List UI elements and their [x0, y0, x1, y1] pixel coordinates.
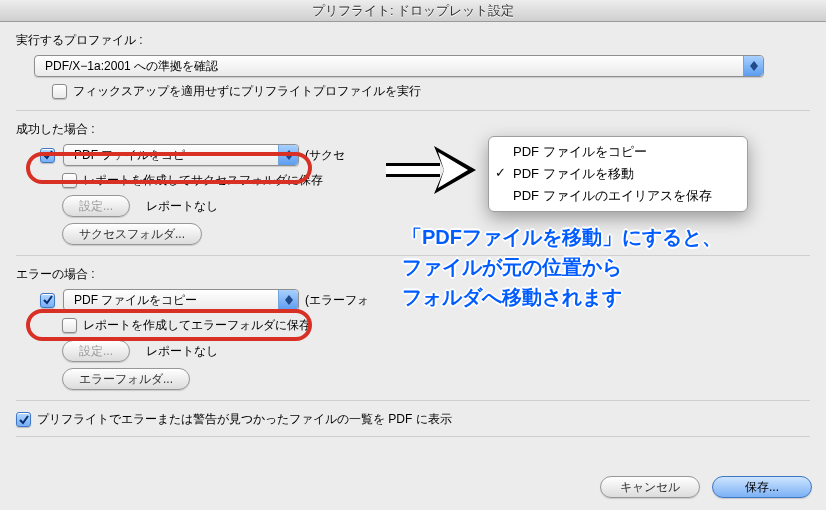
error-action-value: PDF ファイルをコピー — [74, 292, 197, 309]
annotation-line: フォルダへ移動されます — [402, 282, 722, 312]
checkmark-icon: ✓ — [495, 165, 506, 180]
profile-select[interactable]: PDF/X−1a:2001 への準拠を確認 — [34, 55, 764, 77]
window-title: プリフライト: ドロップレット設定 — [312, 3, 514, 18]
error-enable-checkbox[interactable] — [40, 293, 55, 308]
window-titlebar: プリフライト: ドロップレット設定 — [0, 0, 826, 22]
menu-item-alias[interactable]: PDF ファイルのエイリアスを保存 — [489, 185, 747, 207]
action-popup-menu[interactable]: PDF ファイルをコピー ✓ PDF ファイルを移動 PDF ファイルのエイリア… — [488, 136, 748, 212]
error-folder-button[interactable]: エラーフォルダ... — [62, 368, 190, 390]
dropdown-arrows-icon — [743, 56, 763, 76]
success-action-value: PDF ファイルをコピー — [74, 147, 197, 164]
svg-marker-3 — [285, 155, 293, 160]
success-report-status: レポートなし — [146, 198, 218, 215]
success-report-checkbox[interactable] — [62, 173, 77, 188]
fixup-checkbox[interactable] — [52, 84, 67, 99]
success-suffix: (サクセ — [305, 147, 345, 164]
annotation-line: ファイルが元の位置から — [402, 252, 722, 282]
separator — [16, 400, 810, 401]
save-button[interactable]: 保存... — [712, 476, 812, 498]
success-action-select[interactable]: PDF ファイルをコピー — [63, 144, 299, 166]
success-folder-button[interactable]: サクセスフォルダ... — [62, 223, 202, 245]
svg-marker-5 — [285, 300, 293, 305]
annotation-line: 「PDFファイルを移動」にすると、 — [402, 222, 722, 252]
error-settings-button[interactable]: 設定... — [62, 340, 130, 362]
error-report-status: レポートなし — [146, 343, 218, 360]
menu-item-label: PDF ファイルのエイリアスを保存 — [513, 188, 712, 203]
separator — [16, 110, 810, 111]
success-settings-button[interactable]: 設定... — [62, 195, 130, 217]
separator — [16, 436, 810, 437]
menu-item-copy[interactable]: PDF ファイルをコピー — [489, 141, 747, 163]
error-suffix: (エラーフォ — [305, 292, 369, 309]
annotation-text: 「PDFファイルを移動」にすると、 ファイルが元の位置から フォルダへ移動されま… — [402, 222, 722, 312]
dropdown-arrows-icon — [278, 290, 298, 310]
cancel-button[interactable]: キャンセル — [600, 476, 700, 498]
error-report-checkbox[interactable] — [62, 318, 77, 333]
dropdown-arrows-icon — [278, 145, 298, 165]
success-report-label: レポートを作成してサクセスフォルダに保存 — [83, 172, 323, 189]
success-enable-checkbox[interactable] — [40, 148, 55, 163]
summary-checkbox[interactable] — [16, 412, 31, 427]
error-action-select[interactable]: PDF ファイルをコピー — [63, 289, 299, 311]
error-report-label: レポートを作成してエラーフォルダに保存 — [83, 317, 311, 334]
summary-label: プリフライトでエラーまたは警告が見つかったファイルの一覧を PDF に表示 — [37, 411, 452, 428]
menu-item-move[interactable]: ✓ PDF ファイルを移動 — [489, 163, 747, 185]
fixup-label: フィックスアップを適用せずにプリフライトプロファイルを実行 — [73, 83, 421, 100]
profile-select-value: PDF/X−1a:2001 への準拠を確認 — [45, 58, 218, 75]
profile-label: 実行するプロファイル : — [16, 32, 810, 49]
footer: キャンセル 保存... — [0, 468, 826, 508]
menu-item-label: PDF ファイルをコピー — [513, 144, 647, 159]
menu-item-label: PDF ファイルを移動 — [513, 166, 634, 181]
svg-marker-1 — [750, 66, 758, 71]
